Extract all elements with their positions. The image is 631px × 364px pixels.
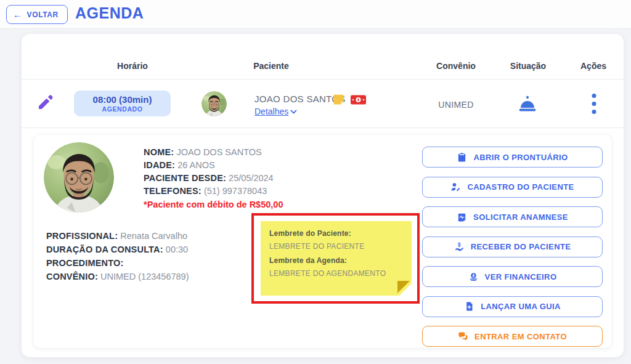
contact-button[interactable]: ENTRAR EM CONTATO — [422, 326, 603, 347]
back-button[interactable]: ← VOLTAR — [6, 5, 68, 24]
view-finances-button[interactable]: VER FINANCEIRO — [422, 266, 603, 287]
user-edit-icon — [450, 182, 461, 192]
appointment-status: AGENDADO — [102, 105, 142, 113]
reminder-highlight-box: Lembrete do Paciente: LEMBRETE DO PACIEN… — [251, 213, 420, 304]
reminder-patient-value: LEMBRETE DO PACIENTE — [269, 242, 403, 251]
chevron-down-icon — [290, 108, 298, 116]
appointment-time: 08:00 (30min) — [93, 94, 152, 105]
issue-guide-button[interactable]: LANÇAR UMA GUIA — [422, 296, 603, 317]
clipboard-icon — [457, 152, 467, 163]
request-anamnesis-button[interactable]: SOLICITAR ANAMNESE — [422, 206, 603, 227]
money-alert-icon[interactable] — [350, 94, 367, 106]
column-header-situacao: Situação — [510, 61, 546, 71]
column-header-paciente: Paciente — [253, 61, 289, 71]
hand-dollar-icon — [454, 241, 465, 252]
row-divider — [22, 127, 624, 128]
service-bell-icon[interactable] — [518, 95, 537, 113]
field-nome: NOME: JOAO DOS SANTOS — [144, 146, 283, 159]
field-profissional: PROFISSIONAL: Renata Carvalho — [46, 229, 189, 243]
document-plus-icon — [464, 301, 474, 312]
coin-slot-icon — [468, 272, 479, 282]
field-duracao: DURAÇÃO DA CONSULTA: 00:30 — [46, 243, 189, 256]
clipboard-pulse-icon — [457, 212, 467, 222]
edit-pencil-icon[interactable] — [36, 94, 54, 112]
reminder-agenda-value: LEMBRETE DO AGENDAMENTO — [269, 269, 403, 278]
column-header-convenio: Convênio — [436, 61, 476, 71]
sticky-note-icon[interactable] — [332, 93, 345, 106]
appointment-info-block: PROFISSIONAL: Renata Carvalho DURAÇÃO DA… — [46, 229, 189, 283]
debt-notice: *Paciente com débito de R$50,00 — [144, 198, 283, 212]
back-button-label: VOLTAR — [27, 10, 59, 19]
open-record-button[interactable]: ABRIR O PRONTUÁRIO — [422, 147, 603, 168]
sticky-note-fold — [397, 281, 410, 293]
row-convenio-value: UNIMED — [438, 100, 474, 110]
details-link-label: Detalhes — [254, 107, 288, 116]
column-header-horario: Horário — [117, 61, 148, 71]
details-link[interactable]: Detalhes — [254, 107, 298, 116]
reminder-sticky-note: Lembrete do Paciente: LEMBRETE DO PACIEN… — [261, 221, 412, 296]
row-actions-menu-icon[interactable] — [592, 94, 596, 114]
column-header-acoes: Ações — [580, 61, 606, 71]
time-status-badge[interactable]: 08:00 (30min) AGENDADO — [74, 91, 171, 116]
header-divider — [22, 79, 624, 79]
reminder-agenda-label: Lembrete da Agenda: — [269, 256, 403, 265]
field-paciente-desde: PACIENTE DESDE: 25/05/2024 — [144, 172, 283, 185]
chat-bubbles-icon — [458, 331, 468, 342]
agenda-page: ← VOLTAR AGENDA Horário Paciente Convêni… — [0, 0, 631, 364]
patient-avatar-small — [202, 91, 227, 116]
field-telefones: TELEFONES: (51) 997378043 — [144, 185, 283, 198]
action-buttons-column: ABRIR O PRONTUÁRIO CADASTRO DO PACIENTE … — [422, 147, 603, 347]
receive-from-patient-button[interactable]: RECEBER DO PACIENTE — [422, 237, 603, 257]
patient-registration-button[interactable]: CADASTRO DO PACIENTE — [422, 177, 603, 198]
field-idade: IDADE: 26 ANOS — [144, 159, 283, 172]
reminder-patient-label: Lembrete do Paciente: — [269, 229, 403, 238]
field-procedimento: PROCEDIMENTO: — [46, 256, 189, 270]
field-convenio: CONVÊNIO: UNIMED (123456789) — [46, 270, 189, 283]
top-bar: ← VOLTAR AGENDA — [0, 0, 631, 29]
page-title: AGENDA — [75, 4, 144, 22]
back-arrow-icon: ← — [13, 10, 23, 19]
patient-info-block: NOME: JOAO DOS SANTOS IDADE: 26 ANOS PAC… — [144, 146, 283, 212]
patient-photo-large — [44, 142, 114, 212]
